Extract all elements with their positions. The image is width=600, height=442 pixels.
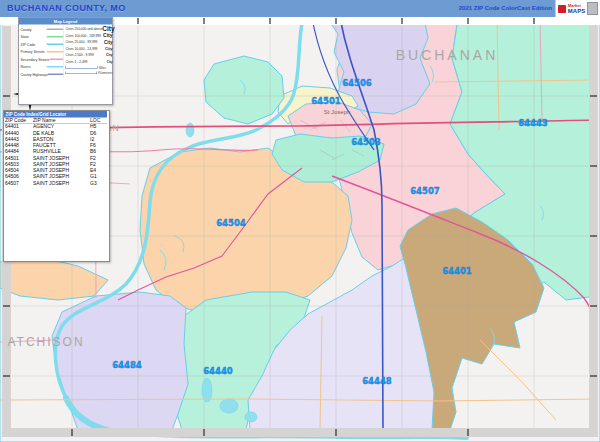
legend-line-item: County Highways: [21, 71, 64, 79]
city-sample: City: [106, 53, 113, 57]
logo-text-brand: MAPS: [568, 8, 585, 14]
legend-line-swatch: [47, 66, 64, 68]
zip-label: 64440: [203, 366, 233, 376]
legend-line-item: County: [21, 26, 64, 34]
legend-line-swatch: [47, 36, 64, 38]
city-label: St Joseph: [324, 109, 351, 115]
legend-line-item: Secondary Streets: [21, 56, 64, 64]
legend-line-swatch: [49, 59, 63, 61]
title-bar: BUCHANAN COUNTY, MO 2021 ZIP Code ColorC…: [0, 0, 600, 17]
zip-label: 64484: [112, 360, 142, 370]
county-label: BUCHANAN: [396, 47, 499, 63]
table-row: 64507SAINT JOSEPHG3: [4, 180, 107, 186]
logo-card-icon: [587, 2, 598, 15]
legend-line-item: ZIP Code: [21, 41, 64, 49]
legend-line-swatch: [47, 44, 64, 46]
city-sample: City: [102, 25, 114, 33]
logo-mark-icon: [558, 5, 566, 13]
zip-index-table: ZIP Code Index/Grid Locator ZIP CodeZIP …: [3, 110, 110, 262]
legend-scale-bars: MilesKilometers: [66, 65, 113, 76]
logo-text: Market MAPS: [568, 4, 585, 14]
zip-label: 64443: [518, 118, 548, 128]
edition-label: 2021 ZIP Code ColorCast Edition: [459, 5, 552, 11]
city-sample: City: [107, 60, 113, 63]
legend-line-item: Primary Streets: [21, 48, 64, 56]
zip-table-body: 64401AGENCYH564440DE KALBD664443EASTONI2…: [4, 123, 107, 186]
zip-label: 64506: [342, 78, 372, 88]
zip-label: 64401: [442, 266, 472, 276]
legend-line-item: Rivers: [21, 63, 64, 71]
city-sample: City: [105, 46, 113, 51]
zip-label: 64507: [410, 186, 440, 196]
scale-bar: Kilometers: [66, 70, 113, 76]
page-title: BUCHANAN COUNTY, MO: [7, 3, 126, 13]
zip-label: 64503: [351, 137, 381, 147]
legend-line-swatch: [48, 74, 64, 76]
map-legend: Map Legend CountyStateZIP CodePrimary St…: [18, 17, 113, 105]
city-sample: City: [103, 33, 112, 39]
legend-line-items: CountyStateZIP CodePrimary StreetsSecond…: [21, 26, 64, 79]
zip-label: 64501: [311, 96, 341, 106]
county-label: ATCHISON: [7, 335, 84, 349]
zip-label: 64448: [362, 376, 392, 386]
map-poster: 6450664501645036450464507644436440164484…: [0, 0, 600, 442]
legend-line-swatch: [47, 51, 64, 53]
zip-label: 64504: [216, 218, 246, 228]
legend-line-item: State: [21, 33, 64, 41]
city-sample: City: [104, 39, 113, 44]
marketmaps-logo: Market MAPS: [555, 0, 600, 17]
legend-city-items: Cities 250,000 and aboveCityCities 100,0…: [66, 26, 113, 65]
legend-line-swatch: [47, 29, 64, 31]
